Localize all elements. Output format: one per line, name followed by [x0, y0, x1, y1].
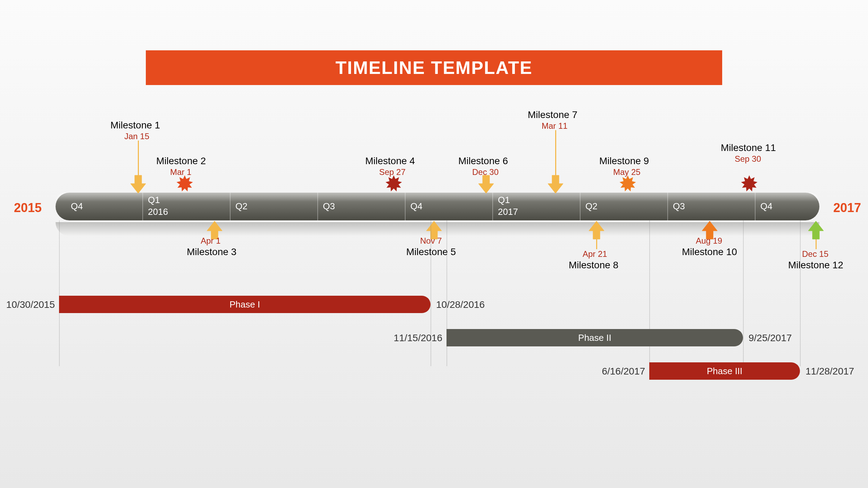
phase-guideline — [431, 220, 431, 366]
milestone-name: Milestone 12 — [788, 260, 843, 271]
quarter-label: Q2 — [585, 201, 598, 212]
milestone-marker — [808, 221, 824, 241]
quarter-tick — [230, 193, 231, 220]
phase-bar: Phase I — [59, 296, 431, 313]
milestone-date: Sep 30 — [735, 154, 761, 164]
milestone-date: Sep 27 — [379, 167, 406, 177]
milestone-marker — [176, 175, 193, 193]
quarter-label: Q3 — [673, 201, 685, 212]
quarter-label: Q4 — [410, 201, 423, 212]
end-year: 2017 — [833, 201, 861, 215]
milestone-name: Milestone 8 — [569, 260, 618, 271]
svg-marker-1 — [385, 175, 402, 192]
quarter-label: Q1 — [148, 195, 160, 205]
milestone-date: Mar 1 — [170, 167, 191, 177]
quarter-label: Q2 — [235, 201, 248, 212]
milestone-marker — [548, 175, 563, 195]
milestone-date: Apr 1 — [201, 236, 220, 246]
milestone-date: Mar 11 — [542, 121, 568, 131]
quarter-label: Q4 — [760, 201, 773, 212]
milestone-date: Apr 21 — [583, 249, 607, 259]
quarter-year: 2016 — [148, 207, 168, 217]
quarter-year: 2017 — [498, 207, 518, 217]
quarter-label: Q1 — [498, 195, 510, 205]
milestone-name: Milestone 11 — [721, 142, 776, 153]
milestone-marker — [589, 221, 604, 241]
milestone-marker — [478, 175, 494, 195]
phase-guideline — [59, 220, 60, 366]
phase-guideline — [800, 220, 801, 366]
quarter-tick — [492, 193, 493, 220]
milestone-name: Milestone 7 — [528, 109, 577, 120]
phase-end-date: 11/28/2017 — [806, 366, 854, 377]
phase-guideline — [743, 220, 744, 366]
milestone-date: Dec 30 — [472, 167, 499, 177]
title-banner: TIMELINE TEMPLATE — [146, 50, 722, 85]
milestone-name: Milestone 2 — [156, 155, 206, 167]
milestone-name: Milestone 4 — [365, 155, 415, 167]
svg-marker-3 — [741, 175, 757, 192]
milestone-name: Milestone 6 — [458, 155, 508, 167]
phase-start-date: 10/30/2015 — [6, 299, 55, 310]
phase-bar: Phase II — [446, 329, 743, 346]
phase-bar: Phase III — [649, 362, 800, 380]
quarter-label: Q3 — [323, 201, 335, 212]
milestone-date: May 25 — [613, 167, 641, 177]
milestone-date: Jan 15 — [124, 132, 149, 141]
phase-start-date: 11/15/2016 — [394, 333, 442, 344]
milestone-marker — [619, 175, 636, 193]
timeline-sheen — [56, 193, 819, 202]
quarter-tick — [405, 193, 406, 220]
phase-end-date: 9/25/2017 — [749, 333, 792, 344]
phase-start-date: 6/16/2017 — [602, 366, 645, 377]
quarter-tick — [142, 193, 143, 220]
milestone-marker — [131, 175, 146, 195]
milestone-marker — [385, 175, 402, 193]
svg-marker-2 — [619, 175, 636, 192]
phase-end-date: 10/28/2016 — [436, 299, 485, 310]
quarter-tick — [317, 193, 318, 220]
start-year: 2015 — [14, 201, 42, 215]
milestone-date: Dec 15 — [802, 249, 828, 259]
milestone-marker — [741, 175, 758, 193]
milestone-name: Milestone 10 — [682, 246, 737, 258]
quarter-tick — [667, 193, 668, 220]
milestone-name: Milestone 9 — [599, 155, 649, 167]
milestone-name: Milestone 1 — [110, 120, 160, 131]
milestone-date: Aug 19 — [696, 236, 722, 246]
svg-marker-0 — [176, 175, 193, 192]
quarter-tick — [580, 193, 581, 220]
milestone-name: Milestone 3 — [187, 246, 236, 258]
quarter-label: Q4 — [71, 201, 83, 212]
quarter-tick — [755, 193, 756, 220]
